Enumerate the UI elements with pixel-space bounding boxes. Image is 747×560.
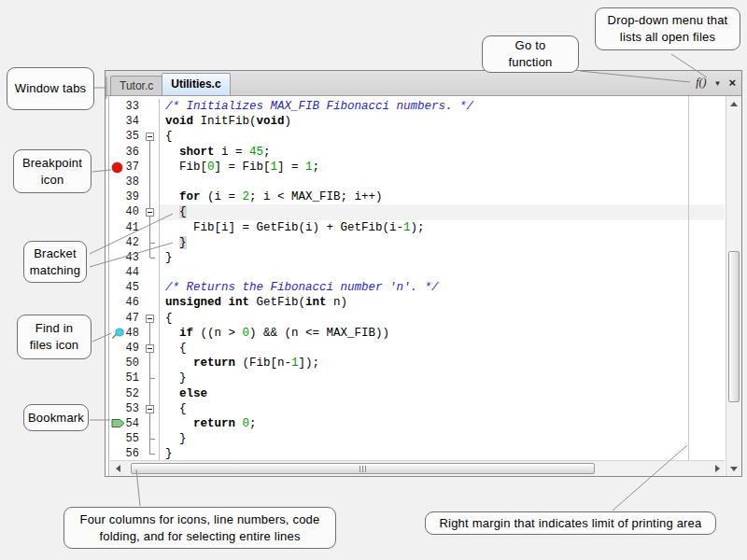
code-text[interactable]: short i = 45; [159, 145, 725, 160]
code-text[interactable]: unsigned int GetFib(int n) [159, 295, 725, 310]
icon-column[interactable] [110, 446, 125, 460]
code-line-34[interactable]: 34void InitFib(void) [110, 114, 725, 129]
fold-column[interactable] [142, 326, 159, 341]
code-line-38[interactable]: 38 [110, 175, 725, 189]
icon-column[interactable] [110, 280, 125, 295]
fold-column[interactable] [142, 386, 159, 401]
code-line-43[interactable]: 43} [110, 250, 725, 265]
code-line-52[interactable]: 52 else [110, 386, 725, 401]
breakpoint-icon[interactable] [111, 161, 123, 174]
code-line-33[interactable]: 33/* Initializes MAX_FIB Fibonacci numbe… [110, 99, 725, 114]
fold-column[interactable] [142, 175, 159, 189]
code-text[interactable]: return 0; [159, 416, 725, 431]
icon-column[interactable] [110, 114, 125, 129]
icon-column[interactable] [110, 175, 125, 189]
icon-column[interactable] [110, 371, 125, 385]
find-in-files-icon[interactable] [111, 328, 125, 340]
fold-column[interactable] [142, 129, 159, 144]
icon-column[interactable] [110, 204, 125, 219]
line-number[interactable]: 35 [125, 129, 142, 144]
code-text[interactable]: Fib[i] = GetFib(i) + GetFib(i-1); [159, 220, 725, 235]
go-to-function-button[interactable]: f() [696, 76, 706, 90]
line-number[interactable]: 45 [125, 280, 142, 295]
code-line-54[interactable]: 54 return 0; [110, 416, 725, 431]
line-number[interactable]: 44 [125, 265, 142, 280]
code-line-40[interactable]: 40 { [110, 204, 725, 219]
code-line-35[interactable]: 35{ [110, 129, 725, 144]
fold-column[interactable] [142, 280, 159, 295]
fold-column[interactable] [142, 250, 159, 265]
close-icon[interactable]: × [728, 76, 736, 90]
fold-column[interactable] [142, 220, 159, 235]
open-files-dropdown-icon[interactable]: ▼ [713, 77, 721, 88]
scroll-up-button[interactable] [726, 96, 741, 111]
line-number[interactable]: 37 [125, 160, 142, 175]
fold-column[interactable] [142, 431, 159, 446]
code-text[interactable]: /* Returns the Fibonacci number 'n'. */ [159, 280, 725, 295]
scroll-right-button[interactable] [710, 461, 725, 476]
tab-tutor-c[interactable]: Tutor.c [110, 76, 162, 95]
icon-column[interactable] [110, 129, 125, 144]
code-text[interactable]: { [159, 204, 725, 219]
line-number[interactable]: 34 [125, 114, 142, 129]
line-number[interactable]: 52 [125, 386, 142, 401]
code-line-48[interactable]: 48 if ((n > 0) && (n <= MAX_FIB)) [110, 326, 725, 341]
code-fold-toggle[interactable] [146, 208, 154, 217]
icon-column[interactable] [110, 250, 125, 265]
icon-column[interactable] [110, 189, 125, 204]
line-number[interactable]: 54 [125, 416, 142, 431]
fold-column[interactable] [142, 295, 159, 310]
icon-column[interactable] [110, 311, 125, 326]
line-number[interactable]: 33 [125, 99, 142, 114]
code-text[interactable]: if ((n > 0) && (n <= MAX_FIB)) [159, 326, 725, 341]
fold-column[interactable] [142, 145, 159, 160]
code-text[interactable]: } [159, 235, 725, 250]
icon-column[interactable] [110, 295, 125, 310]
line-number[interactable]: 48 [125, 326, 142, 341]
line-number[interactable]: 38 [125, 175, 142, 189]
fold-column[interactable] [142, 204, 159, 219]
code-fold-toggle[interactable] [146, 344, 154, 353]
line-number[interactable]: 56 [125, 446, 142, 460]
code-line-53[interactable]: 53 { [110, 401, 725, 416]
icon-column[interactable] [110, 341, 125, 356]
line-number[interactable]: 50 [125, 356, 142, 371]
scroll-left-button[interactable] [110, 461, 125, 476]
icon-column[interactable] [110, 265, 125, 280]
tab-utilities-c[interactable]: Utilities.c [162, 73, 230, 95]
line-number[interactable]: 53 [125, 401, 142, 416]
code-text[interactable] [159, 265, 725, 280]
line-number[interactable]: 49 [125, 341, 142, 356]
line-number[interactable]: 36 [125, 145, 142, 160]
code-text[interactable]: } [159, 371, 725, 385]
scroll-down-button[interactable] [726, 461, 741, 476]
code-text[interactable]: else [159, 386, 725, 401]
icon-column[interactable] [110, 160, 125, 175]
fold-column[interactable] [142, 160, 159, 175]
code-text[interactable]: /* Initializes MAX_FIB Fibonacci numbers… [159, 99, 725, 114]
code-text[interactable]: { [159, 129, 725, 144]
code-fold-toggle[interactable] [146, 405, 154, 413]
fold-column[interactable] [142, 416, 159, 431]
code-text[interactable] [159, 175, 725, 189]
code-text[interactable]: { [159, 401, 725, 416]
code-text[interactable]: } [159, 431, 725, 446]
fold-column[interactable] [142, 371, 159, 385]
code-line-42[interactable]: 42 } [110, 235, 725, 250]
code-line-50[interactable]: 50 return (Fib[n-1]); [110, 356, 725, 371]
horizontal-scrollbar-thumb[interactable] [131, 463, 595, 474]
code-text[interactable]: return (Fib[n-1]); [159, 356, 725, 371]
icon-column[interactable] [110, 416, 125, 431]
line-number[interactable]: 43 [125, 250, 142, 265]
code-line-46[interactable]: 46unsigned int GetFib(int n) [110, 295, 725, 310]
code-text[interactable]: } [159, 446, 725, 460]
fold-column[interactable] [142, 265, 159, 280]
code-line-51[interactable]: 51 } [110, 371, 725, 385]
icon-column[interactable] [110, 326, 125, 341]
line-number[interactable]: 41 [125, 220, 142, 235]
code-text[interactable]: { [159, 311, 725, 326]
icon-column[interactable] [110, 386, 125, 401]
icon-column[interactable] [110, 431, 125, 446]
icon-column[interactable] [110, 401, 125, 416]
vertical-scrollbar-thumb[interactable] [728, 251, 740, 402]
